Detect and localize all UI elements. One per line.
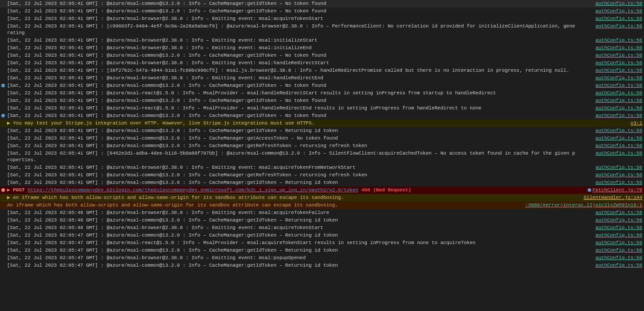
log-message: [Sat, 22 Jul 2023 02:05:41 GMT] : @azure… [7, 135, 580, 142]
log-message: [Sat, 22 Jul 2023 02:05:41 GMT] : @azure… [7, 164, 580, 171]
log-row: [Sat, 22 Jul 2023 02:05:41 GMT] : @azure… [0, 135, 644, 142]
log-message: [Sat, 22 Jul 2023 02:05:41 GMT] : @azure… [7, 97, 580, 104]
log-row: [Sat, 22 Jul 2023 02:05:41 GMT] : [38f27… [0, 67, 644, 74]
log-row: [Sat, 22 Jul 2023 02:05:47 GMT] : @azure… [0, 239, 644, 247]
log-message: ▶ You may test your Stripe.js integratio… [7, 120, 580, 127]
log-row: [Sat, 22 Jul 2023 02:05:41 GMT] : @azure… [0, 74, 644, 82]
log-row: ▶ You may test your Stripe.js integratio… [0, 120, 644, 127]
log-message: [Sat, 22 Jul 2023 02:05:47 GMT] : @azure… [7, 262, 580, 269]
log-message: [Sat, 22 Jul 2023 02:05:41 GMT] : @azure… [7, 52, 580, 59]
log-row: [Sat, 22 Jul 2023 02:05:41 GMT] : @azure… [0, 142, 644, 150]
post-url[interactable]: https://thepulpscompanydev.b2clogin.com/… [27, 187, 358, 193]
log-source[interactable]: authConfig.ts:56 [580, 225, 642, 231]
log-message: [Sat, 22 Jul 2023 02:05:41 GMT] : [c9960… [7, 23, 580, 36]
log-message: [Sat, 22 Jul 2023 02:05:41 GMT] : @azure… [7, 113, 580, 119]
log-message: [Sat, 22 Jul 2023 02:05:41 GMT] : @azure… [7, 8, 580, 15]
log-source[interactable]: authConfig.ts:56 [580, 179, 642, 186]
log-row: [Sat, 22 Jul 2023 02:05:41 GMT] : @azure… [0, 171, 644, 179]
log-source[interactable]: authConfig.ts:56 [580, 262, 642, 269]
log-source[interactable]: authConfig.ts:56 [580, 105, 642, 112]
log-source[interactable]: authConfig.ts:56 [580, 90, 642, 97]
log-message: [Sat, 22 Jul 2023 02:05:41 GMT] : @azure… [7, 179, 580, 186]
log-message: An iframe which has both allow-scripts a… [7, 202, 525, 209]
log-source[interactable]: authConfig.ts:56 [580, 23, 642, 30]
error-circle-icon [1, 188, 5, 192]
log-source[interactable]: authConfig.ts:56 [580, 135, 642, 142]
log-source[interactable]: authConfig.ts:56 [580, 164, 642, 171]
log-source[interactable]: authConfig.ts:56 [580, 45, 642, 51]
log-row: ▶ POST https://thepulpscompanydev.b2clog… [0, 187, 644, 194]
log-source[interactable]: authConfig.ts:56 [580, 97, 642, 104]
log-source[interactable]: authConfig.ts:56 [580, 247, 642, 254]
log-row: [Sat, 22 Jul 2023 02:05:41 GMT] : [8462e… [0, 150, 644, 164]
log-source[interactable]: authConfig.ts:56 [580, 82, 642, 89]
log-source[interactable]: authConfig.ts:56 [580, 16, 642, 22]
log-source[interactable]: v3:1 [580, 120, 642, 127]
log-source[interactable]: authConfig.ts:56 [580, 255, 642, 261]
log-row: [Sat, 22 Jul 2023 02:05:47 GMT] : @azure… [0, 262, 644, 269]
log-message: [Sat, 22 Jul 2023 02:05:41 GMT] : @azure… [7, 128, 580, 134]
log-source[interactable]: authConfig.ts:56 [580, 172, 642, 179]
log-row: [Sat, 22 Jul 2023 02:05:46 GMT] : @azure… [0, 224, 644, 232]
log-source[interactable]: authConfig.ts:56 [580, 217, 642, 224]
log-message: [Sat, 22 Jul 2023 02:05:41 GMT] : @azure… [7, 82, 580, 89]
log-row: [Sat, 22 Jul 2023 02:05:41 GMT] : @azure… [0, 8, 644, 15]
log-row: [Sat, 22 Jul 2023 02:05:46 GMT] : @azure… [0, 209, 644, 217]
post-badge: ▶ POST [7, 187, 27, 193]
log-message: [Sat, 22 Jul 2023 02:05:46 GMT] : @azure… [7, 210, 580, 216]
info-circle-icon [1, 114, 5, 117]
log-row: [Sat, 22 Jul 2023 02:05:41 GMT] : @azure… [0, 89, 644, 97]
log-source[interactable]: authConfig.ts:56 [580, 143, 642, 149]
source-badge-icon [588, 188, 591, 192]
log-row: [Sat, 22 Jul 2023 02:05:41 GMT] : @azure… [0, 179, 644, 187]
log-row: [Sat, 22 Jul 2023 02:05:47 GMT] : @azure… [0, 232, 644, 239]
log-message: [Sat, 22 Jul 2023 02:05:41 GMT] : @azure… [7, 143, 580, 149]
log-message: [Sat, 22 Jul 2023 02:05:41 GMT] : @azure… [7, 16, 580, 22]
log-message: ▶ POST https://thepulpscompanydev.b2clog… [7, 187, 580, 194]
log-source[interactable]: :3000/#error=interac…lIjoic2lsZW50In19:1 [525, 202, 642, 209]
log-source[interactable]: authConfig.ts:56 [580, 150, 642, 157]
log-row: [Sat, 22 Jul 2023 02:05:41 GMT] : @azure… [0, 105, 644, 112]
log-source[interactable]: SilentHandler.js:144 [580, 194, 642, 201]
log-source[interactable]: authConfig.ts:56 [580, 67, 642, 74]
log-message: [Sat, 22 Jul 2023 02:05:46 GMT] : @azure… [7, 217, 580, 224]
log-row: [Sat, 22 Jul 2023 02:05:41 GMT] : [c9960… [0, 23, 644, 37]
info-circle-icon [1, 84, 5, 87]
log-message: [Sat, 22 Jul 2023 02:05:41 GMT] : @azure… [7, 75, 580, 82]
log-source[interactable]: authConfig.ts:56 [580, 37, 642, 44]
log-message: [Sat, 22 Jul 2023 02:05:41 GMT] : [8462e… [7, 150, 580, 163]
log-message: [Sat, 22 Jul 2023 02:05:41 GMT] : @azure… [7, 172, 580, 179]
log-message: [Sat, 22 Jul 2023 02:05:41 GMT] : [38f27… [7, 67, 580, 74]
log-row: [Sat, 22 Jul 2023 02:05:41 GMT] : @azure… [0, 59, 644, 67]
log-source[interactable]: authConfig.ts:56 [580, 128, 642, 134]
log-row: [Sat, 22 Jul 2023 02:05:41 GMT] : @azure… [0, 44, 644, 52]
log-message: [Sat, 22 Jul 2023 02:05:41 GMT] : @azure… [7, 0, 580, 7]
log-source[interactable]: authConfig.ts:56 [580, 113, 642, 119]
log-row: [Sat, 22 Jul 2023 02:05:47 GMT] : @azure… [0, 247, 644, 254]
log-source[interactable]: authConfig.ts:56 [580, 8, 642, 15]
log-row: An iframe which has both allow-scripts a… [0, 202, 644, 209]
log-row: [Sat, 22 Jul 2023 02:05:41 GMT] : @azure… [0, 37, 644, 44]
log-message: [Sat, 22 Jul 2023 02:05:41 GMT] : @azure… [7, 60, 580, 66]
log-source[interactable]: authConfig.ts:56 [580, 60, 642, 66]
log-row: ▶ An iframe which has both allow-scripts… [0, 194, 644, 202]
log-source[interactable]: authConfig.ts:56 [580, 210, 642, 216]
log-row: [Sat, 22 Jul 2023 02:05:41 GMT] : @azure… [0, 52, 644, 59]
console-container[interactable]: [Sat, 22 Jul 2023 02:05:41 GMT] : @azure… [0, 0, 644, 311]
log-row: [Sat, 22 Jul 2023 02:05:41 GMT] : @azure… [0, 15, 644, 23]
log-source[interactable]: authConfig.ts:56 [580, 52, 642, 59]
log-message: [Sat, 22 Jul 2023 02:05:46 GMT] : @azure… [7, 225, 580, 231]
log-source[interactable]: authConfig.ts:56 [580, 232, 642, 239]
log-source[interactable]: authConfig.ts:56 [580, 75, 642, 82]
error-status: 400 (Bad Request) [358, 187, 411, 193]
log-row: [Sat, 22 Jul 2023 02:05:41 GMT] : @azure… [0, 0, 644, 8]
log-source[interactable]: authConfig.ts:56 [580, 240, 642, 246]
log-message: [Sat, 22 Jul 2023 02:05:41 GMT] : @azure… [7, 90, 580, 97]
log-message: [Sat, 22 Jul 2023 02:05:47 GMT] : @azure… [7, 240, 580, 246]
log-row: [Sat, 22 Jul 2023 02:05:41 GMT] : @azure… [0, 127, 644, 135]
log-message: [Sat, 22 Jul 2023 02:05:47 GMT] : @azure… [7, 247, 580, 254]
log-row: [Sat, 22 Jul 2023 02:05:41 GMT] : @azure… [0, 82, 644, 89]
log-source[interactable]: authConfig.ts:56 [580, 0, 642, 7]
log-message: ▶ An iframe which has both allow-scripts… [7, 194, 580, 201]
log-source[interactable]: FetchClient.js:79 [580, 187, 642, 194]
